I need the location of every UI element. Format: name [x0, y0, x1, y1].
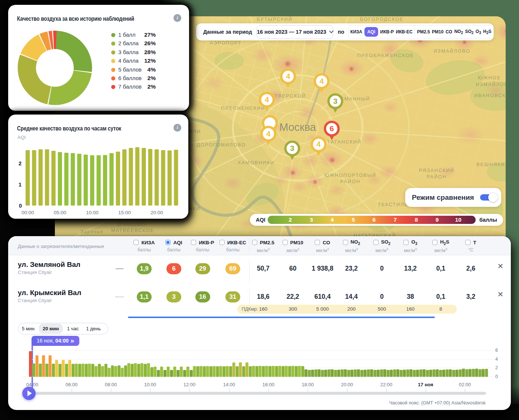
svg-text:3: 3 [333, 97, 338, 105]
svg-text:4: 4 [286, 72, 290, 80]
svg-text:ИЗМАЙЛОВО: ИЗМАЙЛОВО [433, 48, 470, 54]
svg-text:ВЕШНЯКИ: ВЕШНЯКИ [476, 162, 505, 167]
svg-text:ОЧАКОВО-: ОЧАКОВО- [118, 221, 148, 227]
svg-text:РАЙОН: РАЙОН [427, 174, 447, 179]
svg-text:МАТВЕЕВСКОЕ: МАТВЕЕВСКОЕ [111, 228, 154, 233]
svg-text:4: 4 [317, 140, 321, 148]
svg-text:ТВЕРСКОЙ: ТВЕРСКОЙ [275, 93, 306, 99]
svg-text:4: 4 [265, 95, 269, 104]
svg-text:Москва: Москва [279, 121, 316, 133]
svg-text:ТАГАНСКИЙ: ТАГАНСКИЙ [327, 139, 361, 145]
svg-text:БУТЫРСКИЙ: БУТЫРСКИЙ [257, 16, 292, 22]
svg-text:АЭРОПОРТ: АЭРОПОРТ [210, 40, 242, 46]
svg-text:ХАМОВНИКИ: ХАМОВНИКИ [238, 160, 275, 165]
svg-text:РЯЗАНСКИЙ: РЯЗАНСКИЙ [419, 168, 454, 173]
svg-text:РАЙОН: РАЙОН [340, 179, 360, 184]
svg-text:4: 4 [320, 77, 324, 85]
svg-text:ДОРОГОМИЛОВО: ДОРОГОМИЛОВО [197, 142, 246, 148]
svg-text:4: 4 [266, 129, 271, 138]
svg-text:ПРЕОБРАЖЕНСКОЕ: ПРЕОБРАЖЕНСКОЕ [357, 53, 414, 58]
svg-text:ПРЕСНЕНСКИЙ: ПРЕСНЕНСКИЙ [221, 105, 265, 111]
svg-text:ЮЖНОПОРТОВЫЙ: ЮЖНОПОРТОВЫЙ [324, 172, 377, 178]
svg-text:ИВАНОВСКОЕ: ИВАНОВСКОЕ [474, 93, 506, 98]
svg-text:БОГОРОДСКОЕ: БОГОРОДСКОЕ [360, 16, 403, 22]
svg-text:ЮЖНОЕ: ЮЖНОЕ [478, 75, 501, 80]
svg-text:Заречье: Заречье [80, 229, 104, 234]
svg-text:6: 6 [330, 124, 334, 133]
svg-text:3: 3 [290, 144, 294, 152]
svg-text:ИЗМАЙЛОВО: ИЗМАЙЛОВО [476, 82, 506, 87]
